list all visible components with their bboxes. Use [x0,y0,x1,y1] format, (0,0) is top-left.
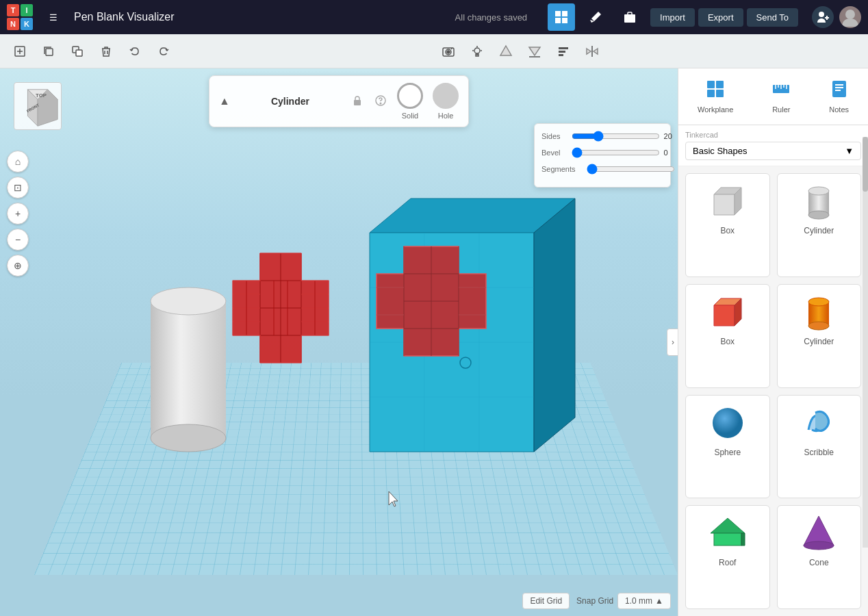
mirror-button[interactable] [579,38,605,64]
svg-rect-87 [707,81,715,88]
svg-rect-88 [716,81,724,88]
svg-point-113 [713,408,743,438]
mirror-icon [585,44,599,58]
export-button[interactable]: Export [698,8,743,27]
svg-marker-38 [233,253,329,363]
box-gray-preview [707,181,748,222]
svg-marker-116 [741,533,745,546]
user-avatar[interactable] [839,6,861,28]
snap-value: 1.0 mm [625,596,652,606]
svg-point-118 [804,541,834,550]
svg-rect-2 [555,18,561,23]
svg-point-5 [819,12,824,17]
reset-view-button[interactable]: ⊕ [7,255,29,277]
bevel-slider[interactable] [572,147,660,158]
lock-icon-button[interactable] [350,94,364,110]
svg-marker-55 [233,253,329,363]
svg-rect-14 [76,50,82,56]
svg-point-78 [380,103,381,104]
shape-properties-panel: ▲ Cylinder Solid [209,75,469,127]
sides-slider[interactable] [572,131,660,142]
shape-item-scribble[interactable]: Scribble [777,395,862,499]
camera-icon [442,44,455,58]
briefcase-button[interactable] [616,3,643,31]
segments-slider[interactable] [587,164,675,175]
scrollbar-thumb[interactable] [863,137,868,192]
copy-workplane-button[interactable] [7,38,33,64]
zoom-out-button[interactable]: − [7,229,29,251]
notes-icon [830,79,849,103]
grid-view-button[interactable] [548,3,575,31]
light-button[interactable] [464,38,490,64]
hole-option[interactable]: Hole [433,83,459,120]
solid-option[interactable]: Solid [397,83,423,120]
camera-button[interactable] [435,38,461,64]
sphere-label: Sphere [714,448,741,457]
canvas-area[interactable]: ▲ Cylinder Solid [0,68,678,616]
fit-all-button[interactable]: ⊡ [7,177,29,198]
svg-rect-4 [624,14,635,23]
zoom-in-button[interactable]: + [7,203,29,224]
snap-grid-label: Snap Grid [576,596,613,606]
tools-button[interactable] [582,3,609,31]
cube-nav-svg: TOP FRONT [14,83,62,129]
roof-label: Roof [719,558,736,567]
category-name: Basic Shapes [693,146,748,156]
send-to-button[interactable]: Send To [747,8,798,27]
shape-item-cone[interactable]: Cone [777,505,862,609]
category-dropdown[interactable]: Basic Shapes ▼ [685,142,861,160]
import-button[interactable]: Import [650,8,695,27]
panel-collapse-button[interactable]: › [667,329,678,356]
svg-point-21 [474,48,480,53]
clone-button[interactable] [64,38,90,64]
grid-icon [554,10,568,24]
svg-marker-114 [711,518,745,533]
align-objects-button[interactable] [550,38,576,64]
flip-button[interactable] [522,38,548,64]
svg-point-112 [808,322,829,330]
snap-value-button[interactable]: 1.0 mm ▲ [617,593,671,609]
duplicate-icon [42,45,55,57]
shape-item-sphere[interactable]: Sphere [685,395,770,499]
add-user-button[interactable] [812,6,834,28]
svg-rect-31 [559,54,563,56]
svg-marker-34 [593,49,598,54]
shape-align-button[interactable] [493,38,519,64]
redo-button[interactable] [151,38,177,64]
logo-t: T [7,4,19,16]
shape-item-cylinder-orange[interactable]: Cylinder [777,284,862,388]
home-view-button[interactable]: ⌂ [7,151,29,172]
cube-navigator[interactable]: TOP FRONT [14,82,68,137]
shape-item-roof[interactable]: Roof [685,505,770,609]
duplicate-button[interactable] [36,38,62,64]
tinkercad-logo[interactable]: T I N K [7,4,33,30]
redo-icon [157,45,170,57]
copy-workplane-icon [14,45,26,57]
main-content: ▲ Cylinder Solid [0,68,868,616]
shape-item-box-red[interactable]: Box [685,284,770,388]
delete-button[interactable] [93,38,119,64]
workplane-tab[interactable]: Workplane [691,75,740,118]
menu-button[interactable]: ☰ [40,3,67,31]
scrollbar-track [863,137,868,548]
align-objects-icon [557,44,570,58]
shape-panel-collapse[interactable]: ▲ [219,95,230,107]
ruler-tab[interactable]: Ruler [765,75,797,118]
segments-label: Segments [541,165,576,173]
shape-item-cylinder-gray[interactable]: Cylinder [777,173,862,277]
user-area [812,6,861,28]
cyl-gray-preview [798,181,839,222]
notes-tab[interactable]: Notes [822,75,856,118]
svg-marker-56 [370,198,575,233]
svg-point-111 [808,298,829,306]
edit-grid-button[interactable]: Edit Grid [522,593,570,609]
help-icon-button[interactable] [374,94,387,110]
undo-button[interactable] [122,38,148,64]
svg-rect-97 [832,81,846,97]
svg-text:TOP: TOP [36,92,47,99]
shape-item-box-gray[interactable]: Box [685,173,770,277]
shape-properties-sliders: Sides 20 Bevel 0 Segments [534,123,671,188]
cube-nav-box[interactable]: TOP FRONT [14,82,62,130]
sides-value: 20 [664,132,672,140]
menu-icon: ☰ [49,12,58,23]
